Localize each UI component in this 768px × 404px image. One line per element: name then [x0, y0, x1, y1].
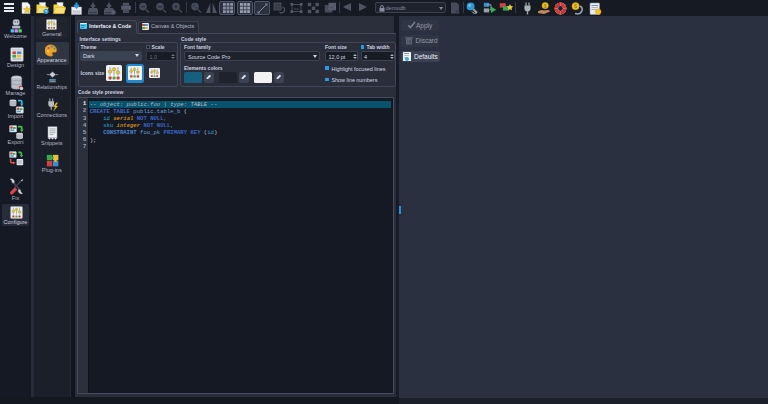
svg-text:oa: oa [294, 6, 299, 11]
svg-text:$: $ [543, 2, 546, 8]
svg-text:$: $ [574, 3, 577, 9]
